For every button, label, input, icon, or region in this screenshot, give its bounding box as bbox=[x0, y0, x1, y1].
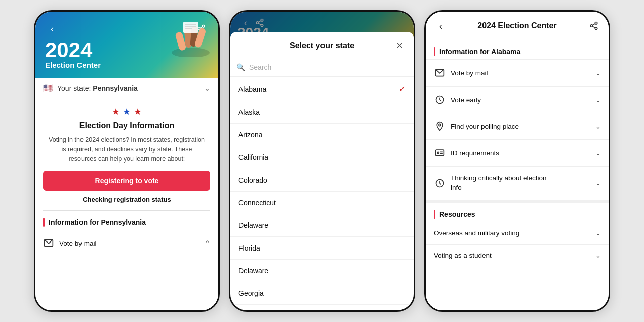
screen1-subtitle: Election Center bbox=[45, 61, 208, 70]
check-registration-link[interactable]: Checking registration status bbox=[35, 196, 218, 210]
chevron-down-s3-2: ⌄ bbox=[595, 96, 601, 104]
states-list: Alabama ✓ Alaska Arizona California Colo… bbox=[230, 77, 414, 310]
svg-rect-10 bbox=[183, 22, 198, 33]
chevron-down-s3-4: ⌄ bbox=[595, 149, 601, 157]
svg-line-24 bbox=[592, 24, 595, 25]
state-item-hawaii[interactable]: Hawaii bbox=[230, 305, 414, 310]
chevron-down-s3-5: ⌄ bbox=[595, 179, 601, 187]
accordion-vote-by-mail[interactable]: Vote by mail ⌃ bbox=[35, 231, 218, 255]
search-icon: 🔍 bbox=[236, 63, 245, 71]
election-day-title: Election Day Information bbox=[35, 121, 218, 135]
screen3-phone: ‹ 2024 Election Center Information for A… bbox=[424, 10, 610, 312]
election-day-description: Voting in the 2024 elections? In most st… bbox=[35, 135, 218, 171]
screen1-header: ‹ 2024 Election Center bbox=[35, 12, 218, 78]
svg-point-22 bbox=[595, 27, 597, 30]
resources-label: Resources bbox=[426, 200, 609, 222]
selected-check-icon: ✓ bbox=[399, 84, 406, 94]
flag-icon: 🇺🇸 bbox=[43, 83, 53, 93]
screen3-body: Information for Alabama Vote by mail ⌄ bbox=[426, 40, 609, 310]
vote-early-s3: Vote early bbox=[451, 96, 481, 104]
s3-overseas-voting[interactable]: Overseas and military voting ⌄ bbox=[426, 222, 609, 244]
chevron-down-s3-1: ⌄ bbox=[595, 69, 601, 77]
clock-icon-s3 bbox=[434, 94, 446, 106]
star3: ★ bbox=[134, 106, 142, 117]
s3-voting-student[interactable]: Voting as a student ⌄ bbox=[426, 244, 609, 266]
state-label: Your state: Pennsylvania bbox=[57, 84, 200, 92]
stars-decoration: ★ ★ ★ bbox=[35, 98, 218, 121]
state-item-alaska[interactable]: Alaska bbox=[230, 101, 414, 124]
modal-close-button[interactable]: ✕ bbox=[393, 40, 406, 52]
modal-header: Select your state ✕ bbox=[230, 32, 414, 58]
chevron-down-s3-3: ⌄ bbox=[595, 123, 601, 130]
id-requirements-s3: ID requirements bbox=[451, 149, 499, 157]
find-polling-place-s3: Find your polling place bbox=[451, 123, 519, 130]
think-icon-s3 bbox=[434, 177, 446, 189]
star1: ★ bbox=[112, 106, 120, 117]
state-search-bar[interactable]: 🔍 Search bbox=[230, 58, 414, 77]
chevron-down-s3-7: ⌄ bbox=[595, 252, 601, 259]
svg-point-29 bbox=[437, 152, 439, 153]
state-item-california[interactable]: California bbox=[230, 146, 414, 169]
mail-icon-s3 bbox=[434, 67, 446, 79]
s3-id-requirements[interactable]: ID requirements ⌄ bbox=[426, 139, 609, 166]
state-item-georgia[interactable]: Georgia bbox=[230, 282, 414, 305]
state-select-modal: Select your state ✕ 🔍 Search Alabama ✓ A… bbox=[230, 32, 414, 310]
register-button[interactable]: Registering to vote bbox=[43, 171, 210, 191]
s3-vote-by-mail[interactable]: Vote by mail ⌄ bbox=[426, 59, 609, 86]
hands-illustration bbox=[168, 17, 213, 57]
s3-thinking-critically[interactable]: Thinking critically about election info … bbox=[426, 166, 609, 200]
state-item-arizona[interactable]: Arizona bbox=[230, 124, 414, 146]
screen1-phone: ‹ 2024 Election Center bbox=[34, 10, 220, 312]
state-item-florida[interactable]: Florida bbox=[230, 237, 414, 260]
vote-by-mail-label: Vote by mail bbox=[59, 239, 97, 247]
svg-point-21 bbox=[590, 25, 593, 27]
back-icon-s3[interactable]: ‹ bbox=[434, 19, 448, 33]
modal-title: Select your state bbox=[251, 41, 393, 50]
thinking-critically-s3: Thinking critically about election info bbox=[451, 174, 551, 193]
state-selector[interactable]: 🇺🇸 Your state: Pennsylvania ⌄ bbox=[35, 78, 218, 98]
star2: ★ bbox=[123, 106, 131, 117]
voting-student-label: Voting as a student bbox=[434, 252, 492, 259]
state-item-delaware[interactable]: Delaware bbox=[230, 214, 414, 237]
vote-by-mail-s3: Vote by mail bbox=[451, 69, 488, 77]
chevron-down-s3-6: ⌄ bbox=[595, 229, 601, 237]
share-icon-s3[interactable] bbox=[587, 19, 601, 33]
chevron-down-icon: ⌄ bbox=[204, 84, 210, 92]
svg-point-20 bbox=[595, 22, 597, 25]
mail-icon bbox=[43, 237, 54, 249]
chevron-up-icon: ⌃ bbox=[205, 239, 210, 247]
screen3-header: ‹ 2024 Election Center bbox=[426, 12, 609, 40]
s3-vote-early[interactable]: Vote early ⌄ bbox=[426, 86, 609, 113]
red-bar-icon bbox=[43, 218, 45, 227]
state-item-alabama[interactable]: Alabama ✓ bbox=[230, 77, 414, 101]
state-item-delaware2[interactable]: Delaware bbox=[230, 260, 414, 282]
svg-point-5 bbox=[172, 48, 210, 57]
red-bar-resources bbox=[434, 210, 435, 219]
location-icon-s3 bbox=[434, 120, 446, 132]
screen2-phone: ‹ 2024 Select your state ✕ bbox=[229, 10, 415, 312]
state-item-colorado[interactable]: Colorado bbox=[230, 169, 414, 192]
search-input[interactable]: Search bbox=[249, 63, 408, 71]
screen1-body: ★ ★ ★ Election Day Information Voting in… bbox=[35, 98, 218, 310]
s3-polling-place[interactable]: Find your polling place ⌄ bbox=[426, 113, 609, 139]
info-section-label: Information for Pennsylvania bbox=[35, 211, 218, 231]
screen3-title: 2024 Election Center bbox=[448, 21, 587, 30]
id-icon-s3 bbox=[434, 147, 446, 159]
red-bar-s3 bbox=[434, 47, 435, 56]
svg-line-23 bbox=[592, 26, 595, 28]
screen3-info-label: Information for Alabama bbox=[426, 40, 609, 59]
svg-point-27 bbox=[439, 124, 441, 126]
overseas-label: Overseas and military voting bbox=[434, 229, 519, 237]
back-icon[interactable]: ‹ bbox=[45, 22, 59, 36]
state-item-connecticut[interactable]: Connecticut bbox=[230, 192, 414, 214]
